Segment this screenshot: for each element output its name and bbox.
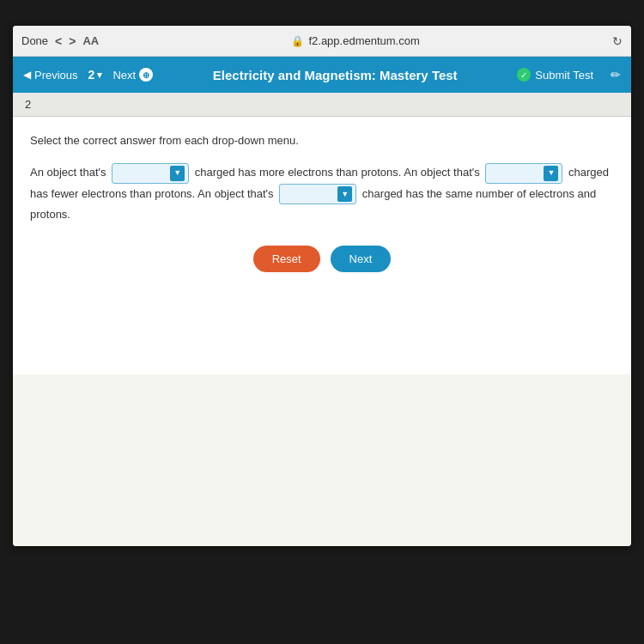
action-buttons: Reset Next: [30, 246, 614, 272]
submit-check-icon: ✓: [517, 68, 531, 82]
question-instruction: Select the correct answer from each drop…: [30, 134, 614, 147]
aa-button[interactable]: AA: [82, 34, 99, 47]
page-number: 2: [88, 68, 95, 82]
dropdown-2[interactable]: ▼: [485, 163, 562, 184]
pen-icon[interactable]: ✏: [611, 68, 621, 82]
previous-label: Previous: [34, 69, 78, 82]
prev-arrow-icon: ◀: [23, 69, 31, 81]
browser-refresh[interactable]: ↻: [612, 33, 623, 49]
dropdown-1-arrow: ▼: [170, 166, 185, 181]
lock-icon: 🔒: [291, 35, 304, 47]
question-text-part2: charged has more electrons than protons.…: [195, 166, 480, 179]
next-nav-label: Next: [112, 69, 136, 82]
bottom-area: [13, 374, 631, 546]
page-selector[interactable]: 2 ▾: [88, 68, 103, 82]
question-number: 2: [25, 98, 31, 111]
refresh-icon: ↻: [612, 34, 623, 48]
dropdown-3[interactable]: ▼: [279, 184, 356, 204]
question-number-bar: 2: [13, 93, 631, 117]
url-text: f2.app.edmentum.com: [308, 34, 419, 47]
question-text-part1: An object that's: [30, 166, 106, 179]
done-button[interactable]: Done: [21, 34, 48, 47]
submit-test-button[interactable]: ✓ Submit Test: [517, 68, 593, 82]
address-bar[interactable]: 🔒 f2.app.edmentum.com: [99, 34, 612, 47]
previous-button[interactable]: ◀ Previous: [23, 69, 78, 82]
dropdown-1[interactable]: ▼: [112, 163, 189, 184]
dropdown-3-arrow: ▼: [337, 186, 352, 202]
back-button[interactable]: <: [55, 34, 62, 48]
question-body: An object that's ▼ charged has more elec…: [30, 162, 614, 225]
app-navigation: ◀ Previous 2 ▾ Next ⊕ Electricity and Ma…: [13, 57, 631, 93]
browser-navigation: Done < > AA: [21, 34, 99, 48]
next-nav-button[interactable]: Next ⊕: [112, 68, 153, 82]
forward-button[interactable]: >: [69, 34, 76, 48]
reset-button[interactable]: Reset: [253, 246, 320, 272]
question-content: Select the correct answer from each drop…: [13, 117, 631, 374]
test-title: Electricity and Magnetism: Mastery Test: [163, 68, 507, 82]
page-dropdown-icon: ▾: [97, 70, 102, 81]
next-button[interactable]: Next: [331, 246, 392, 272]
next-nav-icon: ⊕: [139, 68, 153, 82]
submit-label: Submit Test: [535, 69, 593, 82]
browser-chrome: Done < > AA 🔒 f2.app.edmentum.com ↻: [13, 26, 631, 57]
dropdown-2-arrow: ▼: [544, 166, 558, 181]
